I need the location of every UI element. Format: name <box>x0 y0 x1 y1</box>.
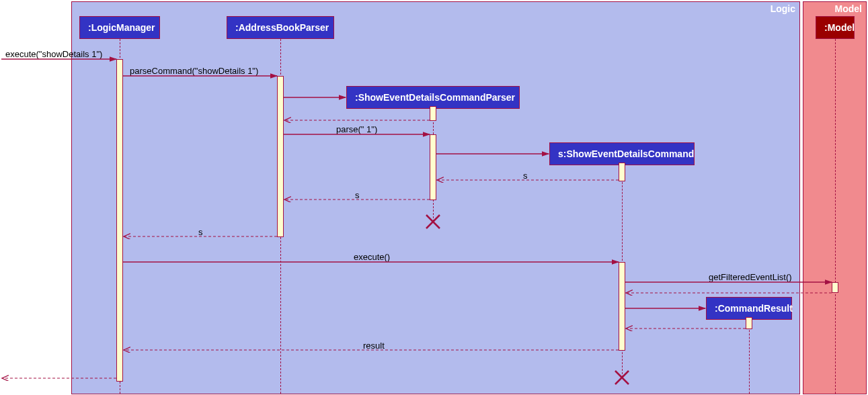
activation-command-result <box>746 317 752 329</box>
msg-parse-one: parse(" 1") <box>336 124 377 134</box>
msg-return-s3: s <box>198 227 203 237</box>
participant-show-parser: :ShowEventDetailsCommandParser <box>346 86 520 109</box>
participant-command-result: :CommandResult <box>706 297 792 320</box>
activation-address-book-parser <box>277 76 284 237</box>
activation-show-command-1 <box>619 163 625 181</box>
msg-parse-command: parseCommand("showDetails 1") <box>130 66 258 76</box>
msg-return-s2: s <box>355 190 360 200</box>
participant-address-book-parser: :AddressBookParser <box>227 16 334 39</box>
msg-get-filtered: getFilteredEventList() <box>709 272 792 282</box>
msg-execute-empty: execute() <box>354 252 390 262</box>
activation-show-parser-2 <box>430 134 436 200</box>
activation-model <box>832 282 838 293</box>
frame-model-title: Model <box>835 3 862 14</box>
activation-show-parser-1 <box>430 106 436 121</box>
participant-model: :Model <box>816 16 855 39</box>
activation-logic-manager <box>116 59 123 382</box>
participant-logic-manager: :LogicManager <box>79 16 160 39</box>
msg-result: result <box>363 341 385 351</box>
msg-execute-in: execute("showDetails 1") <box>5 49 102 59</box>
msg-return-s1: s <box>523 171 528 181</box>
lifeline-command-result <box>749 320 750 394</box>
activation-show-command-2 <box>619 262 625 351</box>
frame-logic-title: Logic <box>771 3 795 14</box>
participant-show-command: s:ShowEventDetailsCommand <box>549 142 695 165</box>
lifeline-model <box>835 39 836 394</box>
